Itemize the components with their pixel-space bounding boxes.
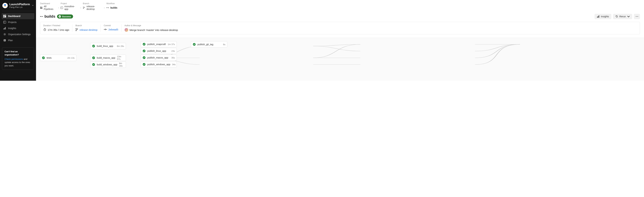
svg-rect-12 [40,7,41,7]
svg-point-33 [76,28,76,29]
rerun-label: Rerun [620,15,626,18]
nav-list: Dashboard Projects Insights Organization… [0,12,36,44]
crumb-current: builds [110,6,117,9]
rerun-button[interactable]: Rerun [613,14,632,19]
svg-rect-3 [3,16,4,17]
chevron-down-icon [32,4,34,7]
success-icon [42,56,45,59]
svg-point-36 [105,29,106,30]
chevron-right-icon: › [78,6,83,9]
svg-rect-14 [42,7,42,9]
job-duration: 6m 26s [117,45,124,47]
workflow-icon [106,6,109,9]
commit-message: Merge branch 'master' into release-deskt… [130,28,178,31]
success-icon [92,63,95,66]
job-publish-linux-app[interactable]: publish_linux_app 23s [141,48,177,54]
title-bar: builds Success Insights Rerun [40,14,640,19]
nav-item-insights[interactable]: Insights [2,25,34,31]
svg-point-18 [83,7,84,7]
job-build-windows-app[interactable]: build_windows_app 9m 16s [90,61,126,68]
job-duration: 34s [172,63,176,66]
svg-point-19 [83,8,84,9]
svg-point-17 [61,7,62,8]
job-publish-macos-app[interactable]: publish_macos_app 35s [141,55,177,61]
nav-item-projects[interactable]: Projects [2,19,34,25]
success-icon [142,63,146,66]
breadcrumb: All Pipelines › monoline-app › release-d… [40,5,640,10]
sidebar: LaunchPlatform Fang-Pen Lin Dashboard Pr… [0,0,36,81]
clock-icon [43,28,46,32]
svg-point-21 [106,7,107,8]
projects-icon [3,21,6,23]
success-icon [142,49,146,52]
svg-rect-13 [42,7,42,7]
crumb-all-pipelines[interactable]: All Pipelines [44,5,55,10]
svg-point-22 [108,7,109,8]
job-name: tests [47,56,52,59]
job-publish-snapcraft[interactable]: publish_snapcraft 1m 37s [141,41,177,47]
job-build-linux-app[interactable]: build_linux_app 6m 26s [90,43,126,49]
org-switcher[interactable]: LaunchPlatform Fang-Pen Lin [0,2,36,11]
nav-item-dashboard[interactable]: Dashboard [2,13,34,19]
graph-edges [40,41,640,78]
help-box: Can't find an organization? Check permis… [2,47,34,70]
project-icon [60,6,63,9]
insights-label: Insights [601,15,609,18]
job-name: publish_windows_app [147,63,170,66]
job-publish-windows-app[interactable]: publish_windows_app 34s [141,61,177,67]
svg-rect-6 [4,28,4,29]
svg-text:$: $ [4,39,5,41]
dashboard-icon [3,15,6,17]
summary-label: Author & Message [124,24,178,27]
job-tests[interactable]: tests 2m 13s [40,55,76,61]
svg-point-35 [77,28,78,29]
job-publish-git-tag[interactable]: publish_git_tag 6s [191,41,227,48]
svg-rect-27 [598,16,598,18]
job-duration: 35s [171,56,175,59]
svg-rect-7 [4,28,5,29]
job-build-macos-app[interactable]: build_macos_app 13m 57s [90,55,126,61]
job-name: build_macos_app [97,56,115,59]
help-link[interactable]: Check permissions [4,58,23,60]
svg-point-34 [76,30,76,31]
svg-rect-28 [599,15,599,18]
more-button[interactable] [634,14,640,19]
crumb-label: Dashboard [40,2,50,5]
insights-button[interactable]: Insights [594,14,611,19]
commit-link[interactable]: 2ebead5 [108,28,118,31]
breadcrumb-labels: Dashboard Project Branch Workflow [40,2,640,5]
org-subtitle: Fang-Pen Lin [10,6,30,8]
job-duration: 6s [223,43,226,46]
help-title: Can't find an organization? [4,50,32,56]
branch-icon [83,6,85,9]
workflow-name: builds [44,14,56,19]
summary-label: Commit [104,24,118,27]
success-icon [92,56,95,59]
summary-label: Branch [76,24,98,27]
avatar [124,28,128,32]
svg-rect-4 [4,21,6,23]
more-icon [636,15,638,18]
job-duration: 23s [171,50,175,52]
status-label: Success [62,15,71,18]
job-duration: 9m 16s [119,62,124,67]
svg-rect-16 [61,7,63,9]
nav-item-plan[interactable]: $ Plan [2,37,34,43]
org-name: LaunchPlatform [10,3,30,6]
chevron-right-icon: › [56,6,60,9]
svg-point-29 [636,16,636,17]
job-name: build_windows_app [97,63,117,66]
crumb-label: Workflow [106,2,115,5]
pipelines-icon [40,6,42,9]
job-duration: 1m 37s [168,43,175,45]
branch-link[interactable]: release-desktop [80,28,98,31]
success-icon [193,43,196,46]
svg-rect-0 [3,15,4,16]
chevron-right-icon: › [102,6,106,9]
crumb-project[interactable]: monoline-app [64,5,77,10]
pipeline-graph: tests 2m 13s build_linux_app 6m 26s buil… [36,38,644,81]
crumb-branch[interactable]: release-desktop [86,5,101,10]
nav-item-org-settings[interactable]: Organization Settings [2,31,34,37]
main: Dashboard Project Branch Workflow All Pi… [36,0,644,81]
job-name: publish_snapcraft [147,43,166,45]
